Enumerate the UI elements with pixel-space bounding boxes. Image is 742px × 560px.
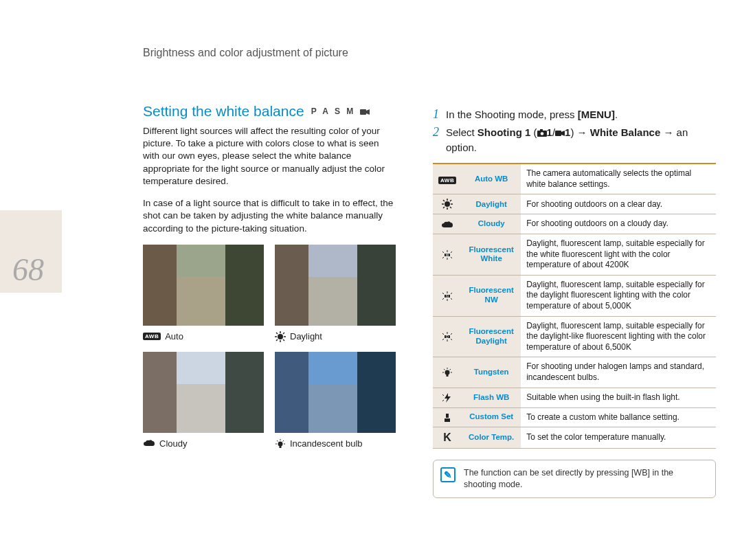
svg-line-64 <box>442 394 444 396</box>
option-name: Custom Set <box>462 407 521 427</box>
svg-point-56 <box>445 370 450 374</box>
svg-line-50 <box>442 333 444 335</box>
svg-line-30 <box>450 200 451 201</box>
thumb-daylight-block: Daylight <box>275 245 396 342</box>
step-2-number: 2 <box>433 125 439 155</box>
svg-text:N: N <box>446 294 449 298</box>
svg-line-45 <box>451 298 452 300</box>
left-column: Setting the white balance P A S M Differ… <box>143 103 396 449</box>
breadcrumb: Brightness and color adjustment of pictu… <box>143 47 348 59</box>
option-desc: Daylight, fluorescent lamp, suitable esp… <box>521 275 716 316</box>
page-number: 68 <box>12 251 44 288</box>
svg-rect-67 <box>446 414 449 418</box>
svg-rect-0 <box>360 109 366 115</box>
svg-text:D: D <box>446 335 449 339</box>
right-column: 1 In the Shooting mode, press [MENU]. 2 … <box>433 107 721 498</box>
note-icon: ✎ <box>440 467 456 482</box>
bulb-icon <box>275 438 286 449</box>
sun-icon-cell <box>433 194 462 214</box>
sample-thumbnails: AWB Auto Daylight Cloudy <box>143 245 396 449</box>
svg-line-51 <box>451 333 452 335</box>
option-desc: For shooting outdoors on a clear day. <box>521 194 716 214</box>
option-desc: Suitable when using the built-in flash l… <box>521 388 716 407</box>
option-name: Color Temp. <box>462 427 521 449</box>
svg-line-61 <box>450 369 451 370</box>
table-row: Cloudy For shooting outdoors on a cloudy… <box>433 214 716 234</box>
fluorescent-n-icon-cell: N <box>433 275 462 316</box>
svg-point-2 <box>278 334 283 339</box>
wb-options-table: AWB Auto WB The camera automatically sel… <box>433 163 716 449</box>
kelvin-icon-cell: K <box>433 427 462 449</box>
table-row: Flash WB Suitable when using the built-i… <box>433 388 716 407</box>
thumb-cloudy-block: Cloudy <box>143 352 264 449</box>
thumb-daylight-image <box>275 245 396 326</box>
option-name: Auto WB <box>462 164 521 194</box>
step-2: 2 Select Shooting 1 (1/1) → White Balanc… <box>433 125 721 155</box>
thumb-incandescent-caption: Incandescent bulb <box>275 438 396 449</box>
svg-text:W: W <box>446 253 449 257</box>
svg-line-29 <box>450 207 451 208</box>
cloud-icon-cell <box>433 214 462 234</box>
svg-line-28 <box>443 200 445 201</box>
fluorescent-d-icon-cell: D <box>433 316 462 357</box>
table-row: Custom Set To create a custom white ball… <box>433 407 716 427</box>
table-row: Tungsten For shooting under halogen lamp… <box>433 357 716 388</box>
video-icon <box>555 130 565 137</box>
awb-icon-cell: AWB <box>433 164 462 194</box>
svg-rect-21 <box>555 131 561 136</box>
fluorescent-w-icon-cell: W <box>433 234 462 276</box>
intro-para-1: Different light sources will affect the … <box>143 125 396 188</box>
svg-point-23 <box>445 201 450 207</box>
svg-line-37 <box>451 257 452 258</box>
step-1: 1 In the Shooting mode, press [MENU]. <box>433 107 721 122</box>
thumb-daylight-caption: Daylight <box>275 331 396 342</box>
step-1-number: 1 <box>433 107 439 122</box>
option-desc: To create a custom white ballance settin… <box>521 407 716 427</box>
option-desc: For shooting outdoors on a cloudy day. <box>521 214 716 234</box>
svg-line-9 <box>283 333 284 334</box>
svg-line-53 <box>451 339 452 340</box>
option-desc: The camera automatically selects the opt… <box>521 164 716 194</box>
thumb-auto-block: AWB Auto <box>143 245 264 342</box>
svg-rect-66 <box>445 418 450 422</box>
step-1-text: In the Shooting mode, press [MENU]. <box>446 107 618 122</box>
svg-line-7 <box>276 333 278 334</box>
thumb-auto-caption: AWB Auto <box>143 331 264 341</box>
option-desc: Daylight, fluorescent lamp, suitable esp… <box>521 234 716 276</box>
table-row: N Fluorescent NW Daylight, fluorescent l… <box>433 275 716 316</box>
svg-line-65 <box>442 400 444 401</box>
intro-para-2: In case of a light source that is diffic… <box>143 197 396 235</box>
svg-marker-1 <box>366 109 370 115</box>
svg-rect-19 <box>540 129 543 131</box>
svg-line-34 <box>442 251 444 253</box>
thumb-incandescent-block: Incandescent bulb <box>275 352 396 449</box>
svg-line-44 <box>442 298 444 300</box>
table-row: AWB Auto WB The camera automatically sel… <box>433 164 716 194</box>
svg-marker-63 <box>445 393 451 403</box>
mode-badge: P A S M <box>311 107 370 116</box>
svg-line-8 <box>283 339 284 341</box>
option-desc: Daylight, fluorescent lamp, suitable esp… <box>521 316 716 357</box>
cloud-icon <box>143 439 155 447</box>
option-desc: To set the color temperature manually. <box>521 427 716 449</box>
thumb-incandescent-image <box>275 352 396 433</box>
option-name: Tungsten <box>462 357 521 388</box>
note-box: ✎ The function can be set directly by pr… <box>433 460 716 498</box>
table-row: Daylight For shooting outdoors on a clea… <box>433 194 716 214</box>
option-desc: For shooting under halogen lamps and sta… <box>521 357 716 388</box>
video-mode-icon <box>360 109 370 115</box>
option-name: Fluorescent NW <box>462 275 521 316</box>
thumb-cloudy-image <box>143 352 264 433</box>
svg-rect-17 <box>280 446 282 448</box>
option-name: Cloudy <box>462 214 521 234</box>
camera-icon <box>537 129 547 137</box>
svg-point-20 <box>540 132 543 135</box>
awb-icon: AWB <box>143 333 161 340</box>
thumb-auto-image <box>143 245 264 326</box>
section-title: Setting the white balance P A S M <box>143 103 396 120</box>
svg-line-36 <box>442 257 444 258</box>
svg-line-10 <box>276 339 278 341</box>
thumb-cloudy-caption: Cloudy <box>143 438 264 449</box>
option-name: Fluorescent White <box>462 234 521 276</box>
bulb-icon-cell <box>433 357 462 388</box>
